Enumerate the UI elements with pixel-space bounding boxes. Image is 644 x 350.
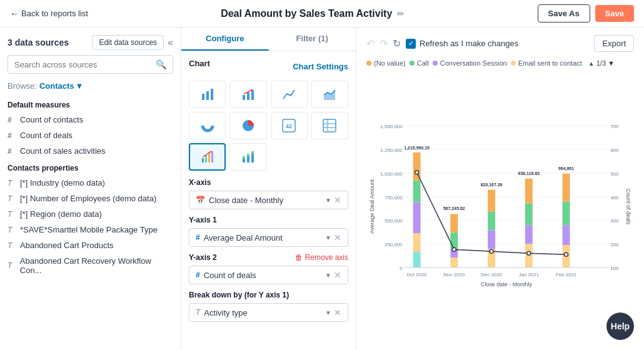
xaxis-value: Close date - Monthly <box>209 196 325 205</box>
header: ← Back to reports list Deal Amount by Sa… <box>0 0 644 28</box>
refresh-checkbox[interactable]: ✓ <box>406 39 416 49</box>
property-label: Abandoned Cart Products <box>20 241 114 250</box>
bar-jan-call <box>525 204 533 226</box>
remove-axis-button[interactable]: 🗑 Remove axis <box>295 253 348 262</box>
refresh-icon[interactable]: ↻ <box>393 38 401 49</box>
legend-email-dot <box>511 61 516 66</box>
yaxis1-label: Y-axis 1 <box>189 216 348 224</box>
tab-filter[interactable]: Filter (1) <box>269 28 356 51</box>
breakdown-t-icon: T <box>196 308 200 317</box>
save-as-button[interactable]: Save As <box>538 4 590 22</box>
help-button[interactable]: Help <box>606 312 634 340</box>
bar-dec-conversation <box>488 230 495 249</box>
svg-text:200: 200 <box>610 242 619 248</box>
page-down-icon[interactable]: ▼ <box>608 59 615 67</box>
table-chart-icon <box>323 119 336 132</box>
svg-text:820,167.39: 820,167.39 <box>481 182 503 188</box>
chart-type-line-button[interactable] <box>271 81 308 108</box>
bar-jan-email <box>525 244 533 268</box>
svg-text:400: 400 <box>610 195 619 201</box>
combo-chart-icon <box>201 150 214 164</box>
yaxis1-clear-icon[interactable]: ✕ <box>334 232 341 242</box>
search-input[interactable] <box>14 60 156 69</box>
list-item[interactable]: T [*] Industry (demo data) <box>0 175 181 191</box>
bar-feb-conversation <box>563 225 570 245</box>
chart-type-donut-button[interactable] <box>189 112 226 139</box>
svg-rect-4 <box>247 92 249 100</box>
back-link[interactable]: ← Back to reports list <box>10 9 88 19</box>
back-label: Back to reports list <box>21 9 88 18</box>
yaxis2-clear-icon[interactable]: ✕ <box>334 270 341 280</box>
list-item[interactable]: T Abandoned Cart Products <box>0 238 181 253</box>
chart-type-badge-button[interactable]: 42 <box>271 112 308 139</box>
export-button[interactable]: Export <box>594 35 634 52</box>
tabs: Configure Filter (1) <box>181 28 356 51</box>
trash-icon: 🗑 <box>295 253 303 262</box>
yaxis2-select[interactable]: # Count of deals ▼ ✕ <box>189 266 348 284</box>
breakdown-clear-icon[interactable]: ✕ <box>334 308 341 318</box>
save-button[interactable]: Save <box>595 5 634 22</box>
line-bar-chart-icon <box>241 88 255 101</box>
property-label: *SAVE*Smarttel Mobile Package Type <box>20 225 158 234</box>
list-item[interactable]: # Count of contacts <box>0 112 181 128</box>
bar-oct-conversation <box>413 202 421 234</box>
tab-configure[interactable]: Configure <box>181 28 269 51</box>
donut-chart-icon <box>201 119 214 132</box>
svg-text:Close date - Monthly: Close date - Monthly <box>481 281 532 288</box>
line-dot-nov <box>452 248 456 251</box>
search-icon: 🔍 <box>156 59 166 69</box>
default-measures-title: Default measures <box>0 96 181 112</box>
svg-text:938,116.83: 938,116.83 <box>518 171 540 176</box>
svg-rect-5 <box>251 90 254 100</box>
chart-settings-link[interactable]: Chart Settings <box>293 62 348 71</box>
list-item[interactable]: # Count of sales activities <box>0 143 181 159</box>
chart-type-line-bar-button[interactable] <box>229 81 266 108</box>
browse-dropdown-icon: ▼ <box>76 81 84 91</box>
edit-title-icon[interactable]: ✏ <box>397 9 405 19</box>
chart-type-stacked-button[interactable] <box>229 143 266 171</box>
refresh-checkbox-label: ✓ Refresh as I make changes <box>406 39 518 49</box>
chart-type-table-button[interactable] <box>311 112 348 139</box>
list-item[interactable]: # Count of deals <box>0 128 181 143</box>
chart-type-combo-button[interactable] <box>189 143 226 171</box>
pagination: ▲ 1/3 ▼ <box>588 59 615 67</box>
svg-rect-1 <box>206 91 209 100</box>
chart-type-bar-button[interactable] <box>189 81 226 108</box>
svg-rect-22 <box>247 156 249 162</box>
edit-sources-button[interactable]: Edit data sources <box>92 35 164 50</box>
chart-type-pie-button[interactable] <box>229 112 266 139</box>
list-item[interactable]: T Abandoned Cart Recovery Workflow Con..… <box>0 253 181 278</box>
collapse-sidebar-icon[interactable]: « <box>168 37 173 48</box>
svg-text:Oct 2020: Oct 2020 <box>406 272 427 278</box>
pagination-label: 1/3 <box>596 59 606 67</box>
browse-contacts-link[interactable]: Contacts ▼ <box>39 81 84 91</box>
chart-type-area-button[interactable] <box>311 81 348 108</box>
list-item[interactable]: T [*] Region (demo data) <box>0 206 181 222</box>
measure-label: Count of sales activities <box>20 146 106 156</box>
yaxis1-select[interactable]: # Average Deal Amount ▼ ✕ <box>189 228 348 247</box>
svg-text:250,000: 250,000 <box>385 242 403 248</box>
svg-text:1,000,000: 1,000,000 <box>380 171 403 177</box>
line-dot-feb <box>565 252 568 256</box>
header-left: ← Back to reports list <box>10 9 88 19</box>
svg-text:750,000: 750,000 <box>385 195 403 201</box>
pie-chart-icon <box>241 119 255 132</box>
svg-text:100: 100 <box>610 266 619 271</box>
bar-chart-icon <box>201 88 214 101</box>
xaxis-select[interactable]: 📅 Close date - Monthly ▼ ✕ <box>189 191 348 209</box>
browse-contacts-label: Contacts <box>39 81 74 91</box>
legend-item-no-value: (No value) <box>366 59 406 67</box>
breakdown-select[interactable]: T Activity type ▼ ✕ <box>189 303 348 322</box>
redo-icon[interactable]: ↷ <box>380 38 388 49</box>
calendar-icon: 📅 <box>196 196 205 204</box>
badge-chart-icon: 42 <box>282 119 296 132</box>
xaxis-clear-icon[interactable]: ✕ <box>334 195 341 205</box>
t-icon: T <box>8 261 15 270</box>
yaxis1-chevron-icon: ▼ <box>325 234 331 241</box>
list-item[interactable]: T [*] Number of Employees (demo data) <box>0 191 181 206</box>
list-item[interactable]: T *SAVE*Smarttel Mobile Package Type <box>0 222 181 238</box>
undo-icon[interactable]: ↶ <box>366 38 375 49</box>
bar-nov-no-value <box>450 214 458 232</box>
svg-text:567,245.62: 567,245.62 <box>443 206 465 211</box>
main-layout: 3 data sources Edit data sources « 🔍 Bro… <box>0 28 644 350</box>
